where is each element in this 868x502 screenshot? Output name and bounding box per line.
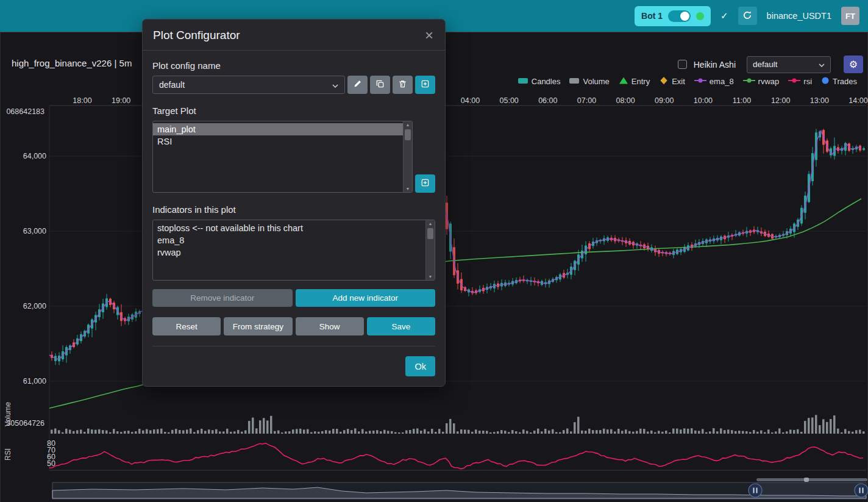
heikin-ashi-checkbox[interactable] [678,60,687,69]
rect-marker-icon [518,76,528,87]
legend-item-candles[interactable]: Candles [518,76,561,87]
plot-config-name-label: Plot config name [152,60,435,71]
check-icon: ✓ [720,10,728,21]
delete-config-button[interactable] [393,76,413,94]
linedot-marker-icon [743,76,755,87]
plot-config-quick-select[interactable]: default [747,56,831,73]
plot-configurator-dialog: Plot Configurator × Plot config name def… [142,19,446,387]
svg-text:62,000: 62,000 [23,302,46,310]
bot-name-label: Bot 1 [641,11,663,21]
copy-icon [375,79,385,90]
linedot-marker-icon [694,76,706,87]
indicator-option[interactable]: rvwap [153,246,425,259]
plus-square-icon [421,178,430,189]
indicator-option[interactable]: stoploss <-- not available in this chart [153,222,425,234]
datazoom-handle-right[interactable] [855,484,868,497]
add-config-button[interactable] [415,76,435,94]
target-plot-option[interactable]: main_plot [153,123,403,135]
svg-text:13:00: 13:00 [810,96,829,105]
svg-text:068642183: 068642183 [6,107,44,116]
scroll-up-icon[interactable]: ▲ [429,221,433,226]
svg-text:06:00: 06:00 [538,96,557,105]
plot-config-name-select[interactable]: default [152,76,345,94]
remove-indicator-button[interactable]: Remove indicator [152,289,293,307]
close-icon[interactable]: × [424,29,435,41]
refresh-button[interactable] [738,7,757,25]
legend-item-exit[interactable]: Exit [659,76,685,87]
scrollbar-thumb[interactable] [405,129,411,140]
svg-text:61,000: 61,000 [23,377,46,385]
reset-button[interactable]: Reset [152,317,221,335]
rect-marker-icon [569,76,580,87]
svg-text:08:00: 08:00 [616,96,635,105]
indicators-list: stoploss <-- not available in this chart… [152,220,435,281]
ft-avatar[interactable]: FT [841,7,859,25]
chart-pair-title: high_frog_binance_v226 | 5m [12,58,132,68]
legend-item-rsi[interactable]: rsi [788,76,812,87]
scroll-up-icon[interactable]: ▲ [406,123,410,127]
heikin-ashi-label: Heikin Ashi [694,60,736,70]
target-plot-label: Target Plot [152,106,435,116]
scrollbar-thumb[interactable] [427,228,433,239]
add-target-plot-button[interactable] [415,174,435,193]
target-plot-option[interactable]: RSI [153,135,403,148]
svg-text:10:00: 10:00 [694,96,713,105]
legend-item-entry[interactable]: Entry [619,76,650,87]
rename-config-button[interactable] [347,76,368,94]
chevron-down-icon [332,80,338,90]
svg-text:64,000: 64,000 [23,152,46,160]
exchange-account-label[interactable]: binance_USDT1 [767,11,831,21]
bot-online-dot [696,12,704,20]
svg-text:18:00: 18:00 [73,96,91,105]
from-strategy-button[interactable]: From strategy [224,317,292,335]
refresh-icon [742,10,752,22]
dialog-title: Plot Configurator [153,29,240,42]
plot-settings-button[interactable]: ⚙ [844,56,863,73]
target-list-scrollbar[interactable]: ▲ ▼ [403,121,412,192]
legend-item-ema_8[interactable]: ema_8 [694,76,734,87]
svg-text:04:00: 04:00 [461,96,480,105]
legend-item-volume[interactable]: Volume [569,76,609,87]
datazoom-handle-left[interactable] [749,484,762,497]
legend-item-rvwap[interactable]: rvwap [743,76,780,87]
bot-selector[interactable]: Bot 1 [635,6,711,26]
bot-enable-toggle[interactable] [668,10,691,22]
legend-item-trades[interactable]: Trades [821,76,857,87]
indicators-label: Indicators in this plot [152,204,435,215]
svg-text:12:00: 12:00 [771,96,790,105]
linedot-marker-icon [788,76,800,87]
gear-icon: ⚙ [849,59,858,70]
chevron-down-icon [819,60,825,69]
circle-marker-icon [821,76,830,87]
triangle-marker-icon [619,76,628,87]
svg-text:11:00: 11:00 [733,96,751,105]
svg-text:14:00: 14:00 [848,96,867,105]
diamond-marker-icon [659,76,669,87]
svg-text:Volume: Volume [4,402,12,426]
pencil-icon [353,79,362,90]
indicators-list-scrollbar[interactable]: ▲ ▼ [425,220,435,280]
svg-text:19:00: 19:00 [112,96,130,105]
svg-text:07:00: 07:00 [577,96,596,105]
add-new-indicator-button[interactable]: Add new indicator [296,289,436,307]
target-plot-list: main_plotRSI ▲ ▼ [152,121,413,193]
indicator-option[interactable]: ema_8 [153,234,425,246]
chart-legend: CandlesVolumeEntryExitema_8rvwaprsiTrade… [518,76,857,87]
show-button[interactable]: Show [296,317,364,335]
svg-text:RSI: RSI [4,448,12,461]
duplicate-config-button[interactable] [370,76,390,94]
plus-square-icon [421,79,430,90]
scroll-down-icon[interactable]: ▼ [429,274,433,279]
svg-text:63,000: 63,000 [23,227,46,235]
svg-text:05:00: 05:00 [500,96,519,105]
trash-icon [398,79,407,90]
svg-text:09:00: 09:00 [655,96,674,105]
ok-button[interactable]: Ok [405,356,435,376]
save-button[interactable]: Save [367,317,435,335]
scroll-down-icon[interactable]: ▼ [406,187,410,191]
